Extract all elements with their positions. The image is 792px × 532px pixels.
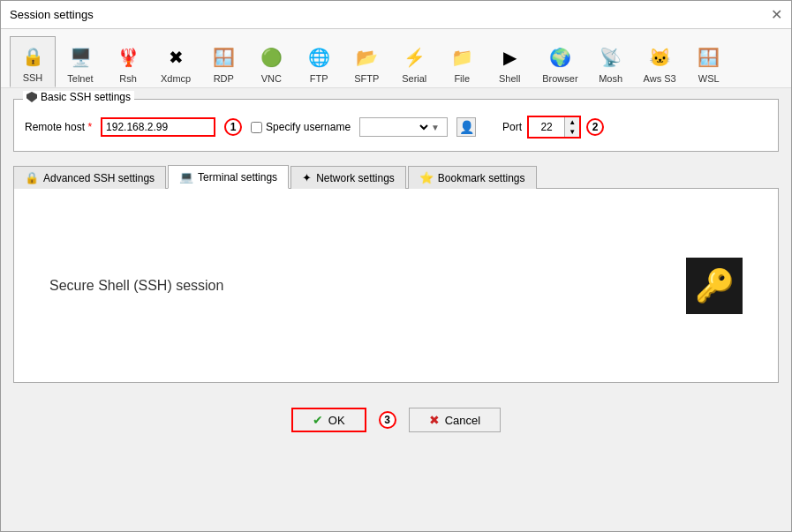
port-section: Port ▲ ▼ 2 bbox=[502, 116, 604, 139]
proto-label-shell: Shell bbox=[499, 73, 520, 84]
tab-icon-terminal: 💻 bbox=[179, 170, 193, 184]
ok-label: OK bbox=[328, 414, 345, 427]
port-wrapper: ▲ ▼ bbox=[527, 116, 581, 139]
tab-icon-bookmark: ⭐ bbox=[419, 171, 434, 184]
proto-item-awss3[interactable]: 🐱 Aws S3 bbox=[636, 37, 684, 87]
proto-item-file[interactable]: 📁 File bbox=[439, 37, 485, 87]
badge-1: 1 bbox=[224, 118, 242, 136]
proto-label-telnet: Telnet bbox=[67, 73, 93, 84]
key-icon-box: 🔑 bbox=[686, 258, 743, 314]
proto-icon-vnc: 🟢 bbox=[257, 43, 285, 71]
proto-icon-shell: ▶ bbox=[495, 43, 524, 71]
proto-icon-ssh: 🔒 bbox=[19, 42, 47, 71]
port-label: Port bbox=[502, 121, 522, 133]
proto-item-serial[interactable]: ⚡ Serial bbox=[391, 37, 437, 87]
tab-label-network: Network settings bbox=[316, 172, 395, 184]
proto-icon-sftp: 📂 bbox=[352, 43, 381, 71]
proto-item-mosh[interactable]: 📡 Mosh bbox=[588, 37, 634, 87]
proto-label-mosh: Mosh bbox=[599, 73, 622, 84]
proto-item-ftp[interactable]: 🌐 FTP bbox=[296, 37, 342, 87]
cancel-x-icon: ✖ bbox=[429, 413, 440, 427]
tab-bookmark[interactable]: ⭐ Bookmark settings bbox=[408, 166, 537, 189]
proto-item-shell[interactable]: ▶ Shell bbox=[487, 37, 532, 87]
specify-username-checkbox[interactable] bbox=[251, 122, 262, 133]
proto-item-browser[interactable]: 🌍 Browser bbox=[534, 37, 585, 87]
badge-3: 3 bbox=[379, 411, 396, 429]
remote-host-input[interactable] bbox=[101, 117, 215, 137]
proto-label-rsh: Rsh bbox=[119, 73, 137, 84]
tab-network[interactable]: ✦ Network settings bbox=[290, 166, 406, 189]
proto-icon-browser: 🌍 bbox=[546, 43, 574, 71]
proto-icon-file: 📁 bbox=[448, 43, 476, 71]
user-icon-button[interactable]: 👤 bbox=[456, 117, 476, 137]
proto-label-xdmcp: Xdmcp bbox=[161, 73, 191, 84]
tab-icon-advanced: 🔒 bbox=[25, 171, 39, 184]
proto-label-awss3: Aws S3 bbox=[644, 73, 676, 84]
proto-label-browser: Browser bbox=[542, 73, 577, 84]
proto-item-ssh[interactable]: 🔒 SSH bbox=[10, 36, 56, 87]
basic-ssh-group: Basic SSH settings Remote host * 1 Speci… bbox=[13, 99, 779, 152]
proto-icon-xdmcp: ✖ bbox=[162, 43, 190, 71]
ok-check-icon: ✔ bbox=[313, 413, 323, 427]
proto-icon-serial: ⚡ bbox=[400, 43, 428, 71]
proto-label-serial: Serial bbox=[402, 73, 426, 84]
ok-button[interactable]: ✔ OK bbox=[291, 408, 366, 432]
tab-terminal[interactable]: 💻 Terminal settings bbox=[168, 165, 289, 189]
window-title: Session settings bbox=[10, 8, 94, 21]
proto-label-ftp: FTP bbox=[310, 73, 328, 84]
tab-label-advanced: Advanced SSH settings bbox=[43, 172, 155, 184]
protocol-bar: 🔒 SSH 🖥️ Telnet 🦞 Rsh ✖ Xdmcp 🪟 RDP 🟢 VN… bbox=[1, 29, 791, 88]
port-spinners: ▲ ▼ bbox=[564, 117, 579, 137]
basic-ssh-label: Basic SSH settings bbox=[23, 91, 134, 103]
proto-icon-awss3: 🐱 bbox=[645, 43, 674, 71]
tab-icon-network: ✦ bbox=[302, 171, 312, 184]
proto-icon-mosh: 📡 bbox=[597, 43, 625, 71]
proto-item-rsh[interactable]: 🦞 Rsh bbox=[105, 37, 151, 87]
close-button[interactable]: ✕ bbox=[771, 8, 782, 22]
proto-item-wsl[interactable]: 🪟 WSL bbox=[686, 37, 732, 87]
proto-item-xdmcp[interactable]: ✖ Xdmcp bbox=[153, 37, 199, 87]
tab-content: Secure Shell (SSH) session 🔑 bbox=[13, 189, 779, 383]
key-icon: 🔑 bbox=[695, 267, 735, 304]
port-increment[interactable]: ▲ bbox=[565, 117, 579, 127]
proto-label-wsl: WSL bbox=[698, 73, 720, 84]
tab-label-bookmark: Bookmark settings bbox=[438, 172, 525, 184]
footer: ✔ OK 3 ✖ Cancel bbox=[1, 393, 791, 445]
specify-username-label[interactable]: Specify username bbox=[251, 121, 351, 133]
proto-label-ssh: SSH bbox=[23, 72, 43, 83]
cancel-label: Cancel bbox=[445, 414, 480, 427]
port-input[interactable] bbox=[529, 117, 564, 137]
proto-label-sftp: SFTP bbox=[354, 73, 379, 84]
title-bar: Session settings ✕ bbox=[1, 1, 791, 29]
proto-icon-rsh: 🦞 bbox=[114, 43, 142, 71]
port-decrement[interactable]: ▼ bbox=[565, 127, 579, 137]
badge-2: 2 bbox=[586, 118, 604, 136]
proto-label-file: File bbox=[454, 73, 470, 84]
tabs-bar: 🔒 Advanced SSH settings 💻 Terminal setti… bbox=[13, 164, 779, 189]
tab-label-terminal: Terminal settings bbox=[198, 171, 277, 184]
main-content: Basic SSH settings Remote host * 1 Speci… bbox=[1, 88, 791, 393]
ssh-session-text: Secure Shell (SSH) session bbox=[49, 278, 223, 294]
proto-icon-rdp: 🪟 bbox=[209, 43, 238, 71]
proto-item-rdp[interactable]: 🪟 RDP bbox=[200, 37, 246, 87]
session-settings-window: Session settings ✕ 🔒 SSH 🖥️ Telnet 🦞 Rsh… bbox=[0, 0, 792, 532]
proto-item-sftp[interactable]: 📂 SFTP bbox=[343, 37, 389, 87]
username-select[interactable] bbox=[360, 118, 431, 136]
remote-host-label: Remote host * bbox=[25, 121, 92, 133]
proto-icon-ftp: 🌐 bbox=[305, 43, 333, 71]
proto-item-vnc[interactable]: 🟢 VNC bbox=[248, 37, 294, 87]
basic-ssh-row: Remote host * 1 Specify username ▼ 👤 bbox=[25, 116, 767, 139]
proto-item-telnet[interactable]: 🖥️ Telnet bbox=[57, 37, 103, 87]
proto-label-rdp: RDP bbox=[214, 73, 234, 84]
proto-icon-telnet: 🖥️ bbox=[66, 43, 94, 71]
proto-icon-wsl: 🪟 bbox=[695, 43, 723, 71]
ssh-content-area: Secure Shell (SSH) session 🔑 bbox=[14, 258, 778, 314]
proto-label-vnc: VNC bbox=[261, 73, 282, 84]
cancel-button[interactable]: ✖ Cancel bbox=[409, 408, 501, 432]
username-combo[interactable]: ▼ bbox=[359, 117, 448, 137]
tab-advanced[interactable]: 🔒 Advanced SSH settings bbox=[13, 166, 166, 189]
